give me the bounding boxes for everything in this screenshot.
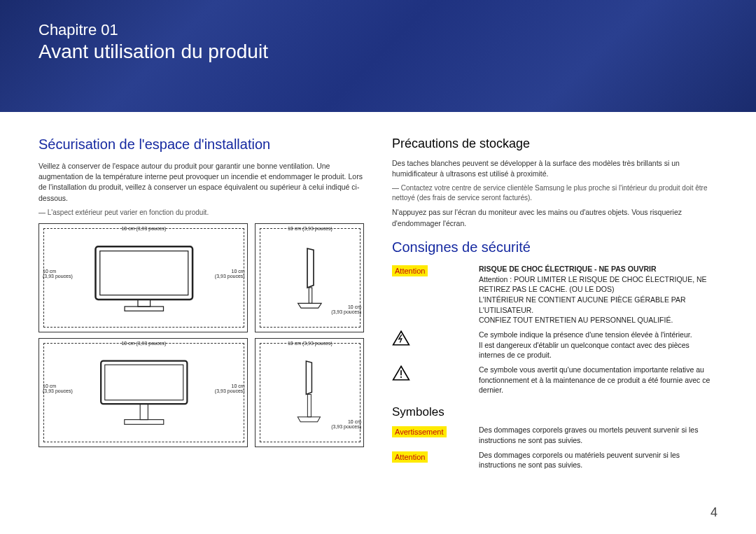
monitor-side-stand-icon [276,357,344,428]
label-right: 10 cm (3,93 pouces) [215,269,245,279]
diagram-side-2: 10 cm (3,93 pouces) 10 cm (3,93 pouces) [255,338,364,447]
exclamation-triangle-icon [392,365,410,381]
attention-line-4: CONFIEZ TOUT ENTRETIEN AU PERSONNEL QUAL… [479,315,718,325]
doc-symbol-cell [392,365,469,381]
svg-rect-6 [104,365,183,400]
attention2-tag: Attention [392,451,428,463]
attention-title: RISQUE DE CHOC ÉLECTRIQUE - NE PAS OUVRI… [479,264,718,274]
diagram-side-1: 10 cm (3,93 pouces) 10 cm (3,93 pouces) [255,223,364,332]
left-column: Sécurisation de l'espace d'installation … [38,126,364,470]
diagram-row-2: 10 cm (3,93 pouces) 10 cm (3,93 pouces) … [38,338,364,447]
installation-paragraph: Veillez à conserver de l'espace autour d… [38,161,364,204]
monitor-front-stand-icon [76,357,212,428]
attention2-tag-cell: Attention [392,450,469,463]
chapter-label: Chapitre 01 [38,21,718,39]
symboles-table: Avertissement Des dommages corporels gra… [392,425,718,470]
avertissement-tag: Avertissement [392,426,447,437]
svg-rect-2 [138,300,150,307]
diagram-front-1: 10 cm (3,93 pouces) 10 cm (3,93 pouces) … [38,223,248,332]
safety-table: Attention RISQUE DE CHOC ÉLECTRIQUE - NE… [392,264,718,395]
storage-note: Contactez votre centre de service client… [392,183,718,203]
svg-rect-10 [400,370,402,375]
doc-text: Ce symbole vous avertit qu'une documenta… [479,365,718,395]
voltage-text-2: Il est dangereux d'établir un quelconque… [479,340,718,360]
label-left: 10 cm (3,93 pouces) [43,269,73,279]
label-top: 10 cm (3,93 pouces) [121,226,166,231]
heading-symboles: Symboles [392,405,718,419]
installation-note: L'aspect extérieur peut varier en foncti… [38,208,364,218]
page-number: 4 [710,505,718,520]
attention-tag-cell: Attention [392,264,469,276]
avertissement-text: Des dommages corporels graves ou mortels… [479,425,718,445]
storage-paragraph-1: Des taches blanches peuvent se développe… [392,158,718,179]
label-left-2: 10 cm (3,93 pouces) [43,384,73,393]
page-body: Sécurisation de l'espace d'installation … [0,112,756,470]
attention-line-2: Attention : POUR LIMITER LE RISQUE DE CH… [479,274,718,295]
monitor-front-icon [76,242,212,313]
diagram-row-1: 10 cm (3,93 pouces) 10 cm (3,93 pouces) … [38,223,364,332]
heading-storage: Précautions de stockage [392,136,718,151]
chapter-banner: Chapitre 01 Avant utilisation du produit [0,0,756,112]
svg-rect-4 [309,288,312,303]
voltage-triangle-icon [392,330,410,346]
attention-line-3: L'INTÉRIEUR NE CONTIENT AUCUNE PIÈCE GÉR… [479,295,718,315]
svg-rect-8 [124,420,163,425]
voltage-symbol-cell [392,330,469,346]
diagram-front-2: 10 cm (3,93 pouces) 10 cm (3,93 pouces) … [38,338,248,447]
heading-installation: Sécurisation de l'espace d'installation [38,136,364,153]
label-top-side: 10 cm (3,93 pouces) [288,226,332,231]
svg-rect-3 [125,307,163,311]
svg-rect-0 [95,247,192,300]
svg-rect-7 [140,405,148,420]
label-top-side-2: 10 cm (3,93 pouces) [288,341,332,346]
storage-paragraph-2: N'appuyez pas sur l'écran du moniteur av… [392,207,718,228]
chapter-title: Avant utilisation du produit [38,41,718,63]
attention-tag: Attention [392,265,428,276]
label-right-2: 10 cm (3,93 pouces) [215,384,245,393]
voltage-text-1: Ce symbole indique la présence d'une ten… [479,330,718,340]
monitor-side-icon [276,242,344,313]
svg-rect-5 [101,361,187,405]
heading-safety: Consignes de sécurité [392,239,718,255]
label-top-2: 10 cm (3,93 pouces) [121,341,166,346]
right-column: Précautions de stockage Des taches blanc… [392,126,718,470]
svg-rect-11 [400,377,402,378]
attention2-text: Des dommages corporels ou matériels peuv… [479,450,718,470]
svg-rect-1 [99,251,188,295]
svg-rect-9 [308,395,312,417]
avertissement-tag-cell: Avertissement [392,425,469,437]
